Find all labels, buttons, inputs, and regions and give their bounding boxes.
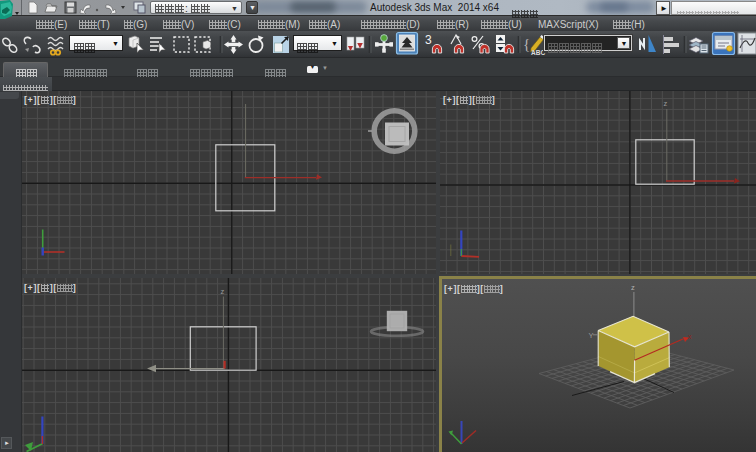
svg-text:Y: Y [589,331,594,340]
svg-text:z: z [664,99,668,108]
svg-text:z: z [221,287,225,296]
svg-text:{: { [523,36,530,52]
svg-text:3: 3 [425,33,432,47]
svg-text:z: z [631,283,635,292]
svg-text:x: x [688,332,692,341]
